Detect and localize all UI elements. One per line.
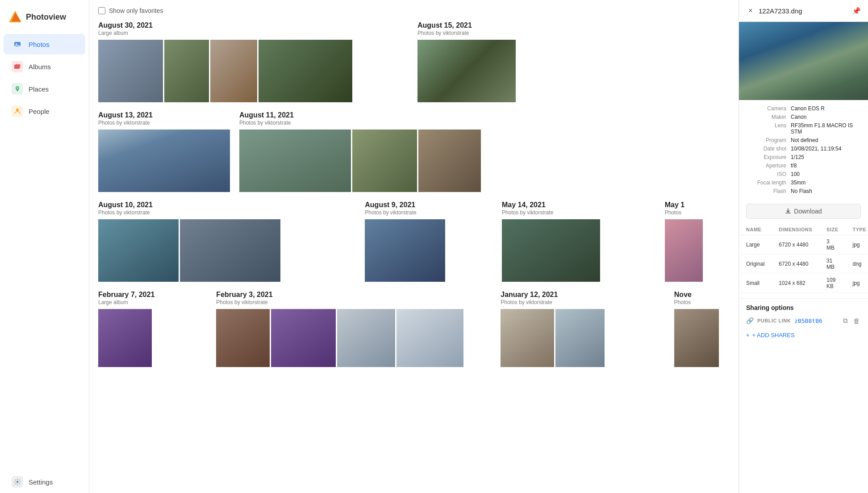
- iso-value: 100: [791, 171, 800, 177]
- section-nove-title: Nove: [674, 291, 730, 299]
- toolbar: Show only favorites: [98, 7, 730, 14]
- photo-thumb[interactable]: [98, 40, 163, 102]
- photo-thumb[interactable]: [216, 309, 270, 367]
- photo-thumb[interactable]: [674, 309, 719, 367]
- file-dims-large: 6720 x 4480: [772, 235, 819, 255]
- section-aug9-title: August 9, 2021: [365, 201, 495, 209]
- download-button[interactable]: Download: [746, 204, 861, 219]
- sidebar-item-settings[interactable]: Settings: [4, 472, 85, 492]
- table-row[interactable]: Small 1024 x 682 109 KB jpg: [739, 274, 868, 293]
- sidebar-item-places[interactable]: Places: [4, 79, 85, 99]
- panel-metadata: Camera Canon EOS R Maker Canon Lens RF35…: [739, 100, 868, 202]
- photo-thumb[interactable]: [396, 309, 463, 367]
- meta-program: Program Not defined: [746, 137, 861, 143]
- photo-thumb[interactable]: [271, 309, 336, 367]
- delete-share-button[interactable]: 🗑: [852, 316, 861, 326]
- photo-thumb[interactable]: [239, 130, 351, 192]
- add-shares-button[interactable]: + + ADD SHARES: [746, 330, 861, 340]
- section-may14-title: May 14, 2021: [502, 201, 658, 209]
- photo-thumb[interactable]: [164, 40, 209, 102]
- sidebar-item-albums[interactable]: Albums: [4, 56, 85, 77]
- people-label: People: [29, 108, 50, 115]
- logo-area: Photoview: [0, 5, 89, 33]
- program-value: Not defined: [791, 137, 818, 143]
- places-label: Places: [29, 85, 49, 93]
- photo-thumb[interactable]: [98, 219, 179, 282]
- copy-share-button[interactable]: ⧉: [842, 316, 849, 326]
- photo-thumb[interactable]: [365, 219, 445, 282]
- focal-value: 35mm: [791, 180, 805, 186]
- photo-thumb[interactable]: [259, 40, 352, 102]
- table-row[interactable]: Original 6720 x 4480 31 MB dng: [739, 255, 868, 274]
- photo-thumb[interactable]: [180, 219, 280, 282]
- section-may1-subtitle: Photos: [665, 209, 730, 216]
- settings-icon: [12, 476, 23, 488]
- section-row-4: February 7, 2021 Large album February 3,…: [98, 291, 730, 367]
- aperture-label: Aperture: [746, 163, 791, 169]
- photo-thumb[interactable]: [210, 40, 257, 102]
- sidebar: Photoview Photos Albums Places: [0, 0, 89, 493]
- col-size: SIZE: [819, 224, 845, 235]
- section-aug9-subtitle: Photos by viktorstrate: [365, 209, 495, 216]
- photo-thumb[interactable]: [665, 219, 703, 282]
- flash-label: Flash: [746, 188, 791, 194]
- photo-thumb[interactable]: [337, 309, 395, 367]
- albums-label: Albums: [29, 63, 51, 71]
- table-header-row: NAME DIMENSIONS SIZE TYPE: [739, 224, 868, 235]
- close-icon[interactable]: ×: [746, 6, 755, 15]
- flash-value: No Flash: [791, 188, 812, 194]
- camera-value: Canon EOS R: [791, 105, 825, 112]
- table-row[interactable]: Large 6720 x 4480 3 MB jpg: [739, 235, 868, 255]
- file-dims-small: 1024 x 682: [772, 274, 819, 293]
- photos-label: Photos: [29, 41, 50, 48]
- section-may1-title: May 1: [665, 201, 730, 209]
- app-name: Photoview: [26, 13, 66, 22]
- lens-label: Lens: [746, 122, 791, 129]
- photo-thumb[interactable]: [501, 309, 554, 367]
- section-jan12-title: January 12, 2021: [501, 291, 667, 299]
- section-feb3-header: February 3, 2021 Photos by viktorstrate: [216, 291, 493, 305]
- section-aug13-header: August 13, 2021 Photos by viktorstrate: [98, 111, 232, 126]
- panel-filename: 122A7233.dng: [759, 7, 848, 15]
- section-may14-subtitle: Photos by viktorstrate: [502, 209, 658, 216]
- add-shares-icon: +: [746, 332, 750, 338]
- program-label: Program: [746, 137, 791, 143]
- photo-thumb[interactable]: [502, 219, 600, 282]
- settings-label: Settings: [29, 478, 53, 486]
- section-jan12-subtitle: Photos by viktorstrate: [501, 299, 667, 305]
- photo-thumb[interactable]: [418, 130, 481, 192]
- show-favorites-label[interactable]: Show only favorites: [109, 7, 163, 14]
- meta-maker: Maker Canon: [746, 114, 861, 120]
- photo-thumb[interactable]: [352, 130, 417, 192]
- photo-thumb[interactable]: [417, 40, 516, 102]
- sidebar-item-people[interactable]: People: [4, 101, 85, 121]
- section-nove: Nove Photos: [674, 291, 730, 367]
- lens-value: RF35mm F1.8 MACRO IS STM: [791, 122, 861, 135]
- svg-point-3: [16, 43, 17, 45]
- svg-rect-5: [15, 64, 21, 68]
- photo-thumb[interactable]: [555, 309, 605, 367]
- section-aug13-grid: [98, 130, 232, 192]
- section-may14-header: May 14, 2021 Photos by viktorstrate: [502, 201, 658, 216]
- section-nove-header: Nove Photos: [674, 291, 730, 305]
- section-aug10-subtitle: Photos by viktorstrate: [98, 209, 358, 216]
- pin-icon[interactable]: 📌: [852, 7, 861, 15]
- sidebar-item-photos[interactable]: Photos: [4, 34, 85, 54]
- file-type-small: jpg: [846, 274, 868, 293]
- file-size-large: 3 MB: [819, 235, 845, 255]
- aperture-value: f/8: [791, 163, 797, 169]
- section-aug9-grid: [365, 219, 495, 282]
- section-may1: May 1 Photos: [665, 201, 730, 282]
- file-type-large: jpg: [846, 235, 868, 255]
- files-table: NAME DIMENSIONS SIZE TYPE Large 6720 x 4…: [739, 224, 868, 293]
- file-dims-orig: 6720 x 4480: [772, 255, 819, 274]
- show-favorites-checkbox[interactable]: [98, 7, 105, 14]
- section-jan12: January 12, 2021 Photos by viktorstrate: [501, 291, 667, 367]
- sharing-title: Sharing options: [746, 304, 861, 311]
- section-aug30-header: August 30, 2021 Large album: [98, 21, 410, 36]
- panel-preview-image: [739, 22, 868, 100]
- file-size-orig: 31 MB: [819, 255, 845, 274]
- photo-thumb[interactable]: [98, 309, 152, 367]
- section-aug10-grid: [98, 219, 358, 282]
- photo-thumb[interactable]: [98, 130, 230, 192]
